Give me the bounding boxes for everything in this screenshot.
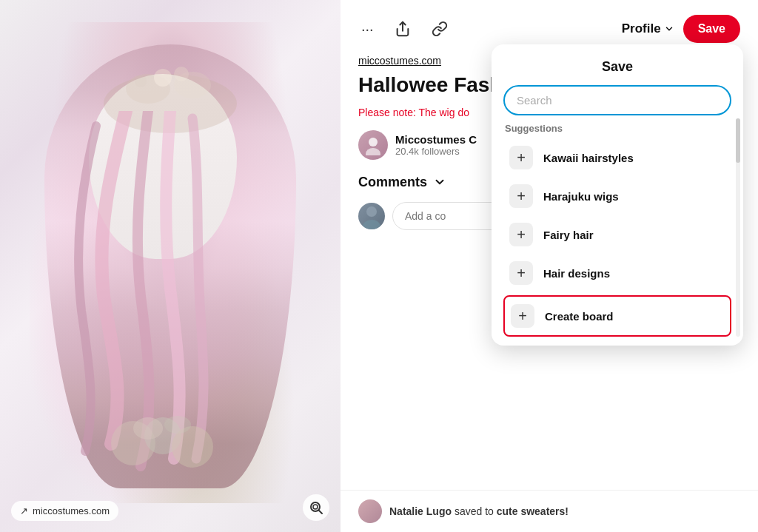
save-dropdown-panel: Save Suggestions + Kawaii hairstyles + H… bbox=[492, 44, 743, 346]
board-item[interactable]: + Harajuku wigs bbox=[503, 177, 731, 215]
svg-point-15 bbox=[369, 138, 378, 147]
author-info: Miccostumes C 20.4k followers bbox=[395, 133, 477, 157]
svg-point-3 bbox=[154, 69, 172, 87]
svg-point-5 bbox=[135, 75, 147, 87]
author-avatar[interactable] bbox=[358, 130, 388, 160]
commenter-avatar bbox=[358, 203, 385, 229]
share-button[interactable] bbox=[392, 18, 414, 40]
board-plus-icon: + bbox=[509, 146, 533, 169]
svg-point-13 bbox=[313, 505, 318, 509]
create-board-label: Create board bbox=[545, 310, 614, 323]
board-search-input[interactable] bbox=[503, 85, 731, 115]
external-link-icon: ↗ bbox=[20, 505, 28, 516]
save-dropdown-title: Save bbox=[503, 59, 731, 75]
scroll-track bbox=[736, 118, 740, 337]
activity-destination: cute sweaters! bbox=[497, 505, 568, 517]
activity-user-name: Natalie Lugo bbox=[389, 505, 452, 517]
suggestions-label: Suggestions bbox=[503, 123, 731, 134]
board-plus-icon: + bbox=[509, 184, 533, 208]
toolbar: ··· Profile bbox=[358, 15, 740, 43]
author-name: Miccostumes C bbox=[395, 133, 477, 146]
author-followers: 20.4k followers bbox=[395, 146, 477, 157]
board-item[interactable]: + Fairy hair bbox=[503, 215, 731, 254]
board-name: Harajuku wigs bbox=[543, 190, 619, 203]
svg-point-17 bbox=[366, 206, 377, 217]
profile-button[interactable]: Profile bbox=[622, 21, 674, 36]
scroll-thumb bbox=[736, 118, 740, 163]
bottom-flowers bbox=[89, 384, 237, 473]
copy-link-button[interactable] bbox=[429, 18, 451, 40]
pin-image-panel: ↗ miccostumes.com bbox=[0, 0, 341, 532]
source-watermark[interactable]: ↗ miccostumes.com bbox=[11, 501, 118, 521]
more-options-button[interactable]: ··· bbox=[358, 18, 377, 41]
svg-point-18 bbox=[363, 220, 380, 229]
board-name: Hair designs bbox=[543, 267, 610, 280]
svg-point-4 bbox=[174, 67, 189, 81]
board-item[interactable]: + Kawaii hairstyles bbox=[503, 138, 731, 177]
activity-user-avatar bbox=[358, 499, 382, 523]
activity-bar: Natalie Lugo saved to cute sweaters! bbox=[341, 490, 758, 532]
board-name: Kawaii hairstyles bbox=[543, 152, 634, 164]
activity-text: Natalie Lugo saved to cute sweaters! bbox=[389, 505, 568, 517]
create-board-plus-icon: + bbox=[511, 304, 534, 328]
svg-line-12 bbox=[319, 511, 323, 514]
board-plus-icon: + bbox=[509, 261, 533, 285]
svg-point-9 bbox=[133, 417, 163, 440]
lens-button[interactable] bbox=[303, 494, 329, 521]
create-board-item[interactable]: + Create board bbox=[503, 295, 731, 337]
save-button[interactable]: Save bbox=[683, 15, 740, 43]
board-name: Fairy hair bbox=[543, 229, 594, 241]
board-item[interactable]: + Hair designs bbox=[503, 254, 731, 292]
toolbar-actions-right: Profile Save bbox=[622, 15, 740, 43]
board-suggestions-list: + Kawaii hairstyles + Harajuku wigs + Fa… bbox=[503, 138, 731, 337]
board-plus-icon: + bbox=[509, 223, 533, 246]
svg-point-16 bbox=[366, 148, 380, 155]
toolbar-actions-left: ··· bbox=[358, 18, 451, 41]
svg-point-10 bbox=[164, 416, 191, 434]
